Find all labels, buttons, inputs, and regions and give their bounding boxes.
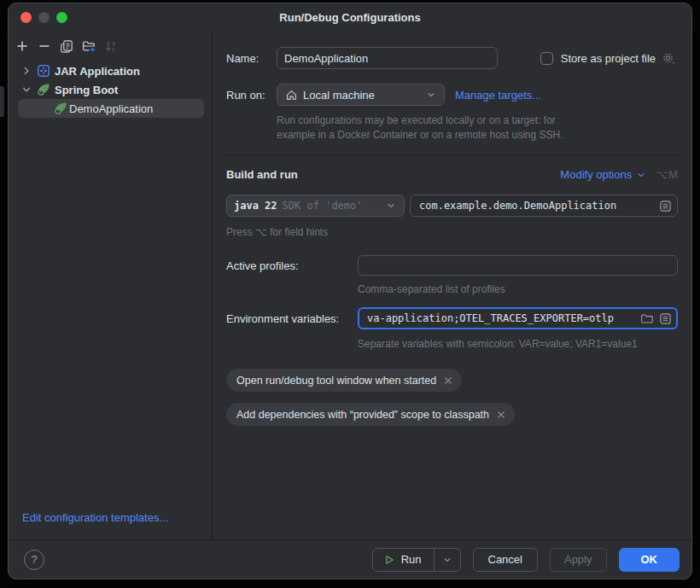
configurations-tree: JAR Application S [9, 61, 212, 118]
add-icon [15, 39, 29, 53]
new-folder-button[interactable] [82, 39, 96, 53]
apply-button: Apply [550, 548, 607, 572]
spring-boot-icon [54, 102, 67, 115]
remove-configuration-button[interactable] [38, 39, 51, 53]
add-configuration-button[interactable] [15, 39, 29, 53]
configuration-form: Name: Store as project file [213, 32, 691, 539]
sort-configurations-button: a z [104, 39, 118, 53]
copy-configuration-button[interactable] [60, 39, 73, 53]
build-and-run-title: Build and run [226, 168, 298, 181]
cancel-button[interactable]: Cancel [473, 548, 538, 572]
dialog-footer: ? Run Cancel Apply OK [9, 539, 691, 579]
svg-text:a: a [112, 40, 115, 46]
run-on-value: Local machine [303, 89, 375, 102]
close-icon [496, 410, 506, 420]
class-browser-button[interactable] [658, 199, 672, 212]
environment-variables-row: Environment variables: [226, 307, 678, 329]
tree-item-jar-application[interactable]: JAR Application [18, 61, 204, 80]
browse-button[interactable] [639, 311, 653, 325]
play-icon [383, 554, 395, 566]
screen-background: Run/Debug Configurations [0, 0, 700, 588]
active-profiles-input[interactable] [358, 255, 678, 276]
home-icon [284, 88, 298, 102]
modify-options-link[interactable]: Modify options [560, 168, 647, 181]
remove-icon [38, 39, 51, 53]
copy-icon [60, 39, 73, 53]
jdk-select[interactable]: java 22 SDK of 'demo' [226, 195, 405, 217]
run-on-row: Run on: Local machine Manage targets... [226, 84, 678, 106]
chevron-down-icon[interactable] [20, 83, 33, 96]
spring-boot-icon [37, 83, 50, 96]
tree-item-spring-boot[interactable]: Spring Boot [18, 80, 204, 99]
build-and-run-header: Build and run Modify options ⌥M [226, 168, 678, 181]
gear-icon [662, 51, 676, 65]
chevron-down-icon [635, 169, 647, 181]
main-class-input[interactable] [417, 199, 653, 212]
modify-options-shortcut: ⌥M [656, 168, 678, 181]
chevron-down-icon [441, 554, 453, 566]
remove-option-button[interactable] [496, 410, 506, 420]
sort-az-icon: a z [104, 39, 118, 53]
help-button[interactable]: ? [24, 550, 44, 570]
environment-variables-input[interactable] [365, 311, 634, 325]
field-hints-note: Press ⌥ for field hints [226, 225, 678, 240]
list-icon [659, 200, 672, 212]
environment-variables-label: Environment variables: [226, 312, 358, 325]
name-label: Name: [226, 52, 277, 65]
tree-item-label: JAR Application [55, 65, 140, 78]
close-icon [443, 376, 453, 386]
active-profiles-hint: Comma-separated list of profiles [358, 282, 678, 297]
run-debug-configurations-dialog: Run/Debug Configurations [8, 3, 692, 579]
chevron-right-icon[interactable] [20, 64, 33, 78]
active-profiles-row: Active profiles: [226, 255, 678, 276]
chevron-down-icon [425, 89, 437, 101]
chip-open-tool-window[interactable]: Open run/debug tool window when started [226, 369, 462, 392]
store-settings-button[interactable] [662, 51, 676, 65]
store-as-project-file-group: Store as project file [540, 51, 676, 65]
ok-button[interactable]: OK [619, 548, 680, 572]
title-bar: Run/Debug Configurations [9, 3, 691, 32]
store-as-project-file-label: Store as project file [561, 52, 656, 65]
manage-targets-link[interactable]: Manage targets... [455, 89, 541, 102]
run-options-button[interactable] [435, 549, 460, 571]
option-chips: Open run/debug tool window when started … [226, 369, 678, 426]
remove-option-button[interactable] [443, 376, 453, 386]
tree-item-demo-application[interactable]: DemoApplication [18, 99, 204, 118]
new-folder-icon [82, 39, 96, 53]
dialog-title: Run/Debug Configurations [9, 11, 691, 24]
background-window-edge [0, 86, 4, 117]
jdk-name: java 22 [234, 200, 277, 212]
main-class-field-wrap [410, 195, 678, 217]
store-as-project-file-checkbox[interactable] [540, 52, 553, 65]
run-button[interactable]: Run [373, 549, 434, 571]
jar-application-icon [37, 64, 50, 78]
edit-configuration-templates-link[interactable]: Edit configuration templates... [22, 511, 198, 524]
configurations-sidebar: a z [9, 32, 213, 539]
run-on-label: Run on: [226, 89, 277, 102]
chevron-down-icon [385, 200, 397, 212]
svg-text:z: z [112, 46, 114, 52]
run-on-select[interactable]: Local machine [277, 84, 445, 106]
jdk-detail: SDK of 'demo' [283, 200, 363, 212]
environment-variables-field-wrap [358, 307, 678, 329]
help-icon: ? [31, 553, 37, 566]
folder-icon [640, 312, 653, 325]
list-icon [659, 312, 672, 325]
section-divider [226, 154, 678, 155]
chip-provided-scope[interactable]: Add dependencies with “provided” scope t… [226, 403, 515, 426]
tree-item-label: DemoApplication [69, 102, 153, 115]
sidebar-toolbar: a z [9, 32, 212, 60]
name-row: Name: Store as project file [226, 47, 678, 69]
build-row: java 22 SDK of 'demo' [226, 195, 678, 217]
tree-item-label: Spring Boot [55, 84, 118, 96]
name-input[interactable] [277, 47, 498, 69]
run-on-hint: Run configurations may be executed local… [277, 114, 678, 143]
edit-variables-button[interactable] [658, 311, 672, 325]
active-profiles-label: Active profiles: [226, 259, 358, 272]
environment-variables-hint: Separate variables with semicolon: VAR=v… [358, 337, 678, 352]
run-split-button[interactable]: Run [372, 548, 461, 572]
